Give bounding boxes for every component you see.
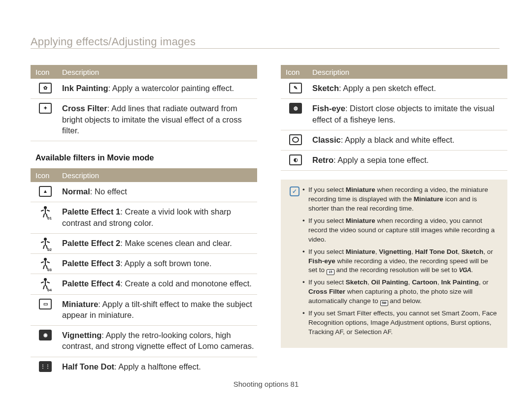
page-footer: Shooting options 81: [0, 380, 532, 388]
fisheye-icon: [289, 103, 302, 114]
info-icon: ✓: [290, 186, 299, 196]
cross-filter-icon: [39, 103, 52, 114]
palette-1-icon: 01: [40, 206, 51, 219]
table-row: Miniature: Apply a tilt-shift effect to …: [31, 295, 257, 326]
retro-icon: [289, 154, 302, 165]
header-desc: Description: [60, 68, 99, 76]
sketch-icon: [289, 83, 302, 93]
halftone-icon: [39, 361, 52, 372]
palette-3-icon: 03: [40, 258, 51, 271]
left-column: Icon Description Ink Painting: Apply a w…: [31, 65, 257, 377]
note-box: ✓ If you select Miniature when recording…: [281, 180, 507, 348]
table-row: Cross Filter: Add lines that radiate out…: [31, 99, 257, 141]
vignetting-icon: [39, 330, 52, 340]
table-row: 01 Palette Effect 1: Create a vivid look…: [31, 202, 257, 234]
table-row: Vignetting: Apply the retro-looking colo…: [31, 326, 257, 357]
palette-4-icon: 04: [40, 278, 51, 291]
cell-desc: Ink Painting: Apply a watercolor paintin…: [60, 79, 257, 98]
table-row: 03 Palette Effect 3: Apply a soft brown …: [31, 254, 257, 274]
table-row: Retro: Apply a sepia tone effect.: [281, 151, 507, 171]
table-row: 02 Palette Effect 2: Make scenes clean a…: [31, 234, 257, 254]
note-item: If you select Miniature when recording a…: [302, 185, 499, 214]
header-icon: Icon: [31, 171, 60, 180]
title-rule: [31, 48, 499, 49]
speed-15-icon: 15: [327, 269, 334, 275]
miniature-icon: [39, 299, 52, 309]
table-row: 04 Palette Effect 4: Create a cold and m…: [31, 274, 257, 294]
palette-2-icon: 02: [40, 238, 51, 250]
table-row: Sketch: Apply a pen sketch effect.: [281, 79, 507, 99]
table-row: Half Tone Dot: Apply a halftone effect.: [31, 357, 257, 377]
note-item: If you set Smart Filter effects, you can…: [302, 309, 499, 337]
table-row: Ink Painting: Apply a watercolor paintin…: [31, 79, 257, 99]
page-title: Applying effects/Adjusting images: [31, 35, 196, 48]
table-row: Fish-eye: Distort close objects to imita…: [281, 99, 507, 130]
header-icon: Icon: [31, 68, 60, 76]
table-header: Icon Description: [31, 168, 257, 182]
note-list: If you select Miniature when recording a…: [302, 185, 499, 340]
header-desc: Description: [60, 171, 99, 180]
movie-subheading: Available filters in Movie mode: [31, 141, 257, 168]
table-row: Normal: No effect: [31, 182, 257, 202]
note-item: If you select Miniature, Vignetting, Hal…: [302, 247, 499, 276]
header-icon: Icon: [281, 68, 310, 76]
note-item: If you select Sketch, Oil Painting, Cart…: [302, 278, 499, 306]
classic-icon: [289, 134, 302, 145]
vga-icon: VGA: [459, 266, 471, 275]
header-desc: Description: [310, 68, 349, 76]
right-column: Icon Description Sketch: Apply a pen ske…: [281, 65, 507, 377]
table-header: Icon Description: [31, 65, 257, 79]
normal-icon: [39, 186, 52, 197]
note-item: If you select Miniature when recording a…: [302, 216, 499, 245]
cell-desc: Cross Filter: Add lines that radiate out…: [60, 99, 257, 141]
table-row: Classic: Apply a black and white effect.: [281, 130, 507, 151]
ink-painting-icon: [39, 83, 52, 93]
size-5m-icon: 5M: [380, 300, 388, 306]
table-header: Icon Description: [281, 65, 507, 79]
